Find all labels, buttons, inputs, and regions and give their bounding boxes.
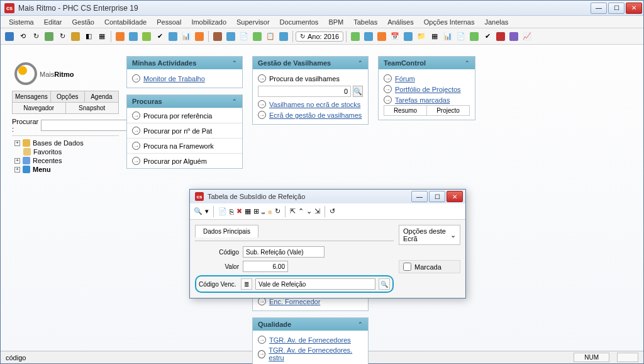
toolbar-btn-2[interactable]: ⟲ [16, 30, 29, 43]
tab-navegador[interactable]: Navegador [13, 103, 66, 113]
copy-icon[interactable]: ⎘ [230, 208, 234, 215]
toolbar-btn-29[interactable]: 📊 [441, 30, 454, 43]
menu-analises[interactable]: Análises [383, 17, 418, 27]
menu-sistema[interactable]: Sistema [4, 17, 38, 27]
menu-gestao[interactable]: Gestão [68, 17, 99, 27]
toolbar-btn-33[interactable] [494, 30, 507, 43]
procura-row-3[interactable]: →Procura na Framework [127, 138, 242, 153]
toolbar-btn-30[interactable]: 📄 [455, 30, 467, 43]
vasilhames-search-btn[interactable]: 🔍 [353, 86, 363, 97]
link-forum[interactable]: Fórum [395, 75, 415, 82]
collapse-icon[interactable]: ⌃ [358, 321, 363, 327]
toolbar-btn-35[interactable]: 📈 [521, 30, 533, 43]
link-tarefas-marcadas[interactable]: Tarefas marcadas [395, 96, 450, 104]
toolbar-btn-25[interactable]: 📅 [389, 30, 401, 43]
toolbar-btn-26[interactable] [402, 30, 414, 43]
delete-icon[interactable]: ✖ [236, 207, 242, 215]
toolbar-btn-20[interactable]: 📋 [264, 30, 277, 43]
collapse-icon[interactable]: ⌃ [358, 60, 363, 66]
search-venc-icon[interactable]: 🔍 [379, 278, 390, 290]
grid-icon[interactable]: ▦ [245, 207, 251, 215]
col-projecto[interactable]: Projecto [427, 106, 469, 115]
toolbar-btn-28[interactable]: ▦ [428, 30, 441, 43]
toolbar-btn-27[interactable]: 📁 [415, 30, 428, 43]
opcoes-ecra-dropdown[interactable]: Opções deste Ecrã⌄ [399, 225, 460, 245]
toolbar-btn-24[interactable] [375, 30, 388, 43]
first-icon[interactable]: ⇱ [290, 207, 296, 215]
menu-contabilidade[interactable]: Contabilidade [100, 17, 151, 27]
vasilhames-input[interactable] [258, 86, 351, 97]
link-enc-fornecedor2[interactable]: Enc. Fornecedor [269, 298, 320, 305]
toolbar-btn-34[interactable] [508, 30, 520, 43]
toolbar-btn-12[interactable]: ✔ [153, 30, 166, 43]
toolbar-btn-4[interactable] [43, 30, 55, 43]
link-monitor-trabalho[interactable]: Monitor de Trabalho [143, 75, 205, 82]
toolbar-btn-13[interactable] [167, 30, 179, 43]
procura-row-4[interactable]: →Procurar por Alguém [127, 153, 242, 168]
search-icon[interactable]: 🔍 [194, 207, 203, 215]
tree-icon[interactable]: ⩊ [262, 208, 265, 215]
menu-opcoes-internas[interactable]: Opções Internas [419, 17, 479, 27]
menu-tabelas[interactable]: Tabelas [349, 17, 382, 27]
last-icon[interactable]: ⇲ [314, 207, 320, 215]
search-input[interactable] [41, 120, 133, 131]
close-button[interactable]: ✕ [626, 3, 642, 14]
menu-imobilizado[interactable]: Imobilizado [187, 17, 231, 27]
procura-row-2[interactable]: →Procurar por nº de Pat [127, 123, 242, 138]
tab-opcoes[interactable]: Opções [51, 91, 85, 102]
marcada-checkbox[interactable] [403, 263, 411, 271]
toolbar-btn-19[interactable] [251, 30, 264, 43]
toolbar-btn-1[interactable] [3, 30, 16, 43]
prev-icon[interactable]: ⌃ [298, 207, 304, 215]
toolbar-btn-22[interactable] [349, 30, 362, 43]
tab-snapshot[interactable]: Snapshot [66, 103, 119, 113]
tab-dados-principais[interactable]: Dados Principais [195, 225, 258, 237]
link-vasilhames-stocks[interactable]: Vasilhames no ecrã de stocks [269, 101, 360, 108]
toolbar-btn-6[interactable] [69, 30, 82, 43]
col-resumo[interactable]: Resumo [384, 106, 427, 115]
next-icon[interactable]: ⌄ [306, 207, 312, 215]
minimize-button[interactable]: — [591, 3, 607, 14]
menu-documentos[interactable]: Documentos [275, 17, 323, 27]
toolbar-btn-9[interactable] [114, 30, 126, 43]
tree-item-recentes[interactable]: +Recentes [12, 156, 119, 165]
toolbar-btn-23[interactable] [362, 30, 375, 43]
link-portfolio-projectos[interactable]: Portfólio de Projectos [395, 86, 461, 93]
valor-input[interactable] [243, 261, 288, 272]
toolbar-btn-7[interactable]: ◧ [82, 30, 95, 43]
refresh-icon[interactable]: ↻ [275, 207, 280, 215]
menu-janelas[interactable]: Janelas [480, 17, 513, 27]
table-icon[interactable]: ⊞ [253, 207, 259, 215]
tree-item-menu[interactable]: +Menu [12, 165, 119, 174]
codigo-input[interactable] [243, 246, 325, 258]
modal-close-button[interactable]: ✕ [447, 191, 463, 202]
toolbar-btn-16[interactable] [211, 30, 224, 43]
link-tgr-av-fornecedores[interactable]: TGR. Av. de Fornecedores [269, 336, 351, 344]
toolbar-btn-14[interactable]: 📊 [180, 30, 192, 43]
toolbar-btn-8[interactable]: ▦ [96, 30, 108, 43]
marcada-checkbox-row[interactable]: Marcada [399, 260, 460, 273]
toolbar-btn-21[interactable] [277, 30, 290, 43]
tab-agenda[interactable]: Agenda [85, 91, 118, 102]
toolbar-btn-10[interactable] [127, 30, 140, 43]
menu-pessoal[interactable]: Pessoal [152, 17, 186, 27]
menu-editar[interactable]: Editar [40, 17, 67, 27]
maximize-button[interactable]: ☐ [608, 3, 625, 14]
tab-mensagens[interactable]: Mensagens [13, 91, 51, 102]
menu-supervisor[interactable]: Supervisor [232, 17, 274, 27]
dropdown-icon[interactable]: ▾ [205, 207, 209, 215]
procura-row-1[interactable]: →Procura por referência [127, 108, 242, 123]
toolbar-btn-11[interactable] [140, 30, 153, 43]
toolbar-btn-17[interactable] [225, 30, 237, 43]
list-icon[interactable]: ≣ [241, 278, 252, 290]
link-tgr-av-fornecedores-estru[interactable]: TGR. Av. de Fornecedores. estru [269, 346, 363, 361]
modal-minimize-button[interactable]: — [411, 191, 428, 202]
star-icon[interactable]: ⍟ [268, 208, 272, 215]
toolbar-btn-31[interactable] [468, 30, 480, 43]
modal-maximize-button[interactable]: ☐ [429, 191, 445, 202]
codigo-venc-input[interactable] [255, 278, 375, 290]
reload-icon[interactable]: ↺ [330, 207, 335, 215]
new-icon[interactable]: 📄 [218, 207, 227, 215]
tree-item-favoritos[interactable]: Favoritos [12, 147, 119, 156]
link-ecra-gestao-vasilhames[interactable]: Ecrã de gestão de vasilhames [269, 111, 362, 119]
